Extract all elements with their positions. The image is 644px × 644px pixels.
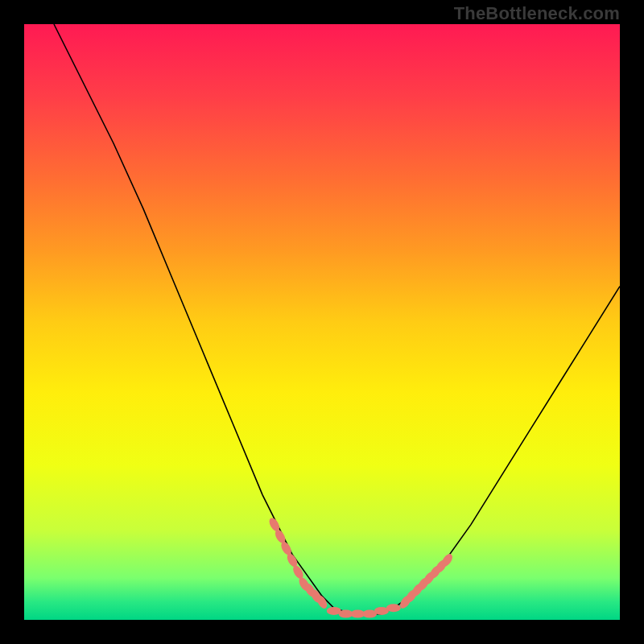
data-markers (267, 516, 455, 617)
watermark-text: TheBottleneck.com (454, 3, 620, 24)
chart-svg (24, 24, 620, 620)
bottleneck-curve (54, 24, 620, 614)
chart-frame: TheBottleneck.com (0, 0, 644, 644)
data-marker (386, 604, 401, 612)
